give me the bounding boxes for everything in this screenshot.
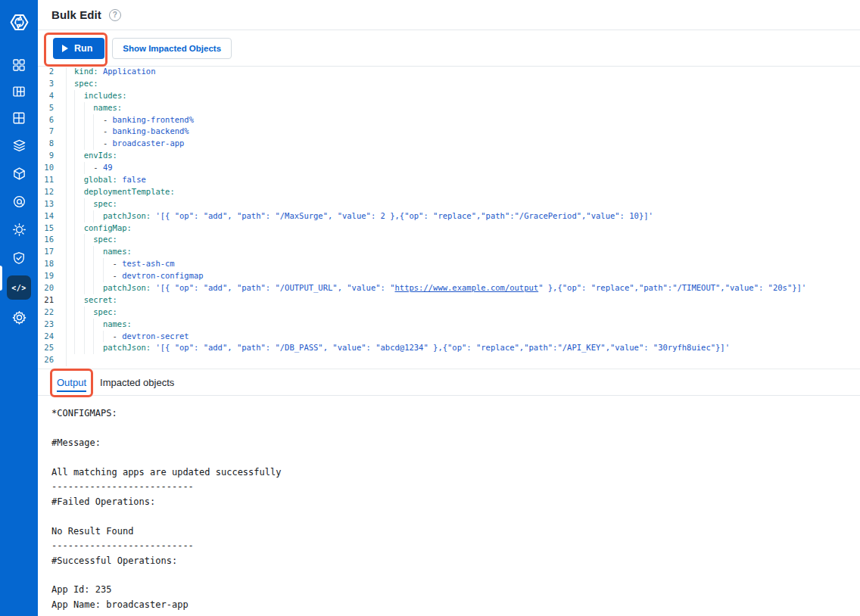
editor-line[interactable]: 18- test-ash-cm xyxy=(38,258,860,270)
editor-line[interactable]: 17names: xyxy=(38,246,860,258)
help-icon[interactable]: ? xyxy=(109,9,121,21)
active-nav-indicator xyxy=(0,266,2,291)
line-number: 10 xyxy=(38,162,67,174)
line-number: 15 xyxy=(38,222,67,235)
editor-line[interactable]: 7- banking-backend% xyxy=(38,126,860,138)
line-number: 7 xyxy=(38,126,67,138)
line-number: 20 xyxy=(38,282,67,294)
code-icon: </> xyxy=(7,275,31,300)
devtron-logo[interactable] xyxy=(0,12,38,33)
line-number: 24 xyxy=(38,331,67,343)
shield-check-icon xyxy=(12,251,26,265)
sidebar-item-bulk-edit[interactable]: </> xyxy=(0,271,38,304)
sidebar-item-apps[interactable] xyxy=(0,51,38,78)
line-number: 22 xyxy=(38,306,67,319)
editor-line[interactable]: 20patchJson: '[{ "op": "add", "path": "/… xyxy=(38,282,860,294)
cog-icon xyxy=(12,310,26,325)
line-number: 2 xyxy=(38,67,67,78)
sidebar-item-resource-browser[interactable] xyxy=(0,104,38,131)
editor-line[interactable]: 3spec: xyxy=(38,78,860,90)
editor-line[interactable]: 21secret: xyxy=(38,294,860,306)
line-number: 16 xyxy=(38,234,67,246)
tab-output[interactable]: Output xyxy=(57,369,86,395)
sidebar-item-global-configurations[interactable] xyxy=(0,304,38,331)
cube-icon xyxy=(12,166,26,181)
editor-line[interactable]: 15configMap: xyxy=(38,222,860,235)
line-number: 5 xyxy=(38,102,67,114)
stack-layers-icon xyxy=(12,138,26,153)
editor-line[interactable]: 12deploymentTemplate: xyxy=(38,186,860,198)
editor-line[interactable]: 4includes: xyxy=(38,90,860,102)
sidebar-item-application-groups[interactable] xyxy=(0,78,38,104)
output-console: *CONFIGMAPS: #Message: All matching apps… xyxy=(51,406,860,612)
editor-line[interactable]: 14patchJson: '[{ "op": "add", "path": "/… xyxy=(38,210,860,222)
page-header: Bulk Edit ? xyxy=(38,0,860,30)
sidebar: </> xyxy=(0,0,38,616)
line-number: 19 xyxy=(38,270,67,282)
editor-line[interactable]: 2kind: Application xyxy=(38,67,860,78)
target-icon xyxy=(12,194,26,209)
apps-grid-icon xyxy=(12,58,26,72)
yaml-editor[interactable]: 2kind: Application3spec:4includes:5names… xyxy=(38,67,860,369)
editor-line[interactable]: 13spec: xyxy=(38,198,860,210)
editor-line[interactable]: 5names: xyxy=(38,102,860,114)
editor-lines: 2kind: Application3spec:4includes:5names… xyxy=(38,67,860,366)
editor-line[interactable]: 23names: xyxy=(38,319,860,331)
line-number: 8 xyxy=(38,138,67,150)
line-number: 13 xyxy=(38,198,67,210)
sidebar-item-jobs[interactable] xyxy=(0,188,38,215)
play-icon xyxy=(62,45,68,52)
editor-line[interactable]: 8- broadcaster-app xyxy=(38,138,860,150)
resource-browser-icon xyxy=(12,111,26,125)
run-button[interactable]: Run xyxy=(53,38,104,59)
line-number: 4 xyxy=(38,90,67,102)
page-title: Bulk Edit xyxy=(51,8,101,21)
output-panel[interactable]: *CONFIGMAPS: #Message: All matching apps… xyxy=(38,397,860,616)
line-number: 17 xyxy=(38,246,67,258)
editor-line[interactable]: 10- 49 xyxy=(38,162,860,174)
line-number: 3 xyxy=(38,78,67,90)
gear-sun-icon xyxy=(12,222,26,237)
tab-impacted-objects[interactable]: Impacted objects xyxy=(100,369,174,395)
line-number: 23 xyxy=(38,319,67,331)
line-number: 25 xyxy=(38,342,67,354)
editor-line[interactable]: 6- banking-frontend% xyxy=(38,114,860,126)
editor-line[interactable]: 11global: false xyxy=(38,174,860,186)
line-number: 14 xyxy=(38,210,67,222)
editor-line[interactable]: 16spec: xyxy=(38,234,860,246)
line-number: 18 xyxy=(38,258,67,270)
line-number: 9 xyxy=(38,150,67,162)
line-number: 6 xyxy=(38,114,67,126)
editor-line[interactable]: 26 xyxy=(38,354,860,366)
editor-line[interactable]: 19- devtron-configmap xyxy=(38,270,860,282)
result-tabs: OutputImpacted objects xyxy=(38,369,860,396)
application-groups-icon xyxy=(12,85,26,98)
sidebar-item-security[interactable] xyxy=(0,244,38,271)
editor-line[interactable]: 22spec: xyxy=(38,306,860,319)
sidebar-item-chart-store[interactable] xyxy=(0,160,38,187)
sidebar-item-devtron-stack-manager[interactable] xyxy=(0,132,38,159)
line-number: 12 xyxy=(38,186,67,198)
line-number: 21 xyxy=(38,294,67,306)
editor-line[interactable]: 24- devtron-secret xyxy=(38,331,860,343)
editor-line[interactable]: 9envIds: xyxy=(38,150,860,162)
editor-line[interactable]: 25patchJson: '[{ "op": "add", "path": "/… xyxy=(38,342,860,354)
main-content: Bulk Edit ? Run Show Impacted Objects 2k… xyxy=(38,0,860,616)
line-number: 26 xyxy=(38,354,67,366)
bulk-edit-page: </> Bulk Edit ? Run Show Im xyxy=(0,0,860,616)
toolbar: Run Show Impacted Objects xyxy=(38,30,860,67)
line-number: 11 xyxy=(38,174,67,186)
show-impacted-objects-button[interactable]: Show Impacted Objects xyxy=(112,38,232,59)
sidebar-item-clusters[interactable] xyxy=(0,216,38,243)
